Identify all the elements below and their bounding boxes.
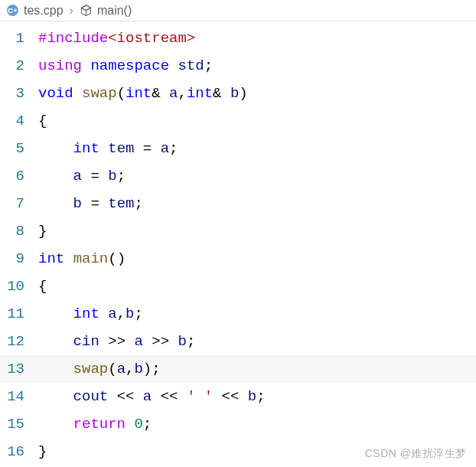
line-number: 14	[0, 383, 38, 410]
code-line[interactable]: 14 cout << a << ' ' << b;	[0, 383, 476, 410]
code-line[interactable]: 13 swap(a,b);	[0, 355, 476, 383]
code-content: {	[38, 107, 47, 135]
breadcrumb: C+ tes.cpp › main()	[0, 0, 476, 21]
code-content: {	[38, 273, 47, 300]
code-content: void swap(int& a,int& b)	[38, 80, 248, 107]
code-content: using namespace std;	[38, 52, 213, 80]
code-editor[interactable]: 1 #include<iostream> 2 using namespace s…	[0, 21, 476, 465]
line-number: 12	[0, 328, 38, 355]
line-number: 2	[0, 52, 38, 80]
code-line[interactable]: 16 }	[0, 438, 476, 465]
code-line[interactable]: 3 void swap(int& a,int& b)	[0, 80, 476, 107]
code-content: return 0;	[38, 410, 152, 438]
code-line[interactable]: 7 b = tem;	[0, 190, 476, 217]
breadcrumb-file[interactable]: tes.cpp	[24, 4, 64, 18]
code-content: a = b;	[38, 162, 126, 190]
code-line[interactable]: 2 using namespace std;	[0, 52, 476, 80]
line-number: 4	[0, 107, 38, 135]
code-line[interactable]: 11 int a,b;	[0, 300, 476, 328]
line-number: 13	[0, 355, 38, 383]
line-number: 11	[0, 300, 38, 328]
code-line[interactable]: 1 #include<iostream>	[0, 24, 476, 52]
code-line[interactable]: 4 {	[0, 107, 476, 135]
code-content: cin >> a >> b;	[38, 328, 195, 355]
line-number: 6	[0, 162, 38, 190]
code-line[interactable]: 9 int main()	[0, 245, 476, 273]
cpp-file-icon: C+	[6, 4, 19, 17]
line-number: 15	[0, 410, 38, 438]
code-content: #include<iostream>	[38, 24, 195, 52]
code-content: int a,b;	[38, 300, 143, 328]
code-content: }	[38, 438, 47, 465]
chevron-right-icon: ›	[68, 4, 75, 18]
line-number: 3	[0, 80, 38, 107]
code-content: cout << a << ' ' << b;	[38, 383, 266, 410]
code-content: swap(a,b);	[38, 355, 161, 383]
line-number: 7	[0, 190, 38, 217]
line-number: 5	[0, 135, 38, 162]
symbol-method-icon	[80, 4, 93, 17]
line-number: 8	[0, 217, 38, 245]
code-line[interactable]: 6 a = b;	[0, 162, 476, 190]
code-line[interactable]: 12 cin >> a >> b;	[0, 328, 476, 355]
code-content: int main()	[38, 245, 126, 273]
line-number: 16	[0, 438, 38, 465]
code-line[interactable]: 15 return 0;	[0, 410, 476, 438]
line-number: 10	[0, 273, 38, 300]
line-number: 1	[0, 24, 38, 52]
code-content: }	[38, 217, 47, 245]
line-number: 9	[0, 245, 38, 273]
code-line[interactable]: 8 }	[0, 217, 476, 245]
code-content: b = tem;	[38, 190, 143, 217]
code-line[interactable]: 10 {	[0, 273, 476, 300]
breadcrumb-symbol[interactable]: main()	[97, 4, 132, 18]
svg-text:C+: C+	[8, 6, 18, 15]
code-line[interactable]: 5 int tem = a;	[0, 135, 476, 162]
code-content: int tem = a;	[38, 135, 178, 162]
